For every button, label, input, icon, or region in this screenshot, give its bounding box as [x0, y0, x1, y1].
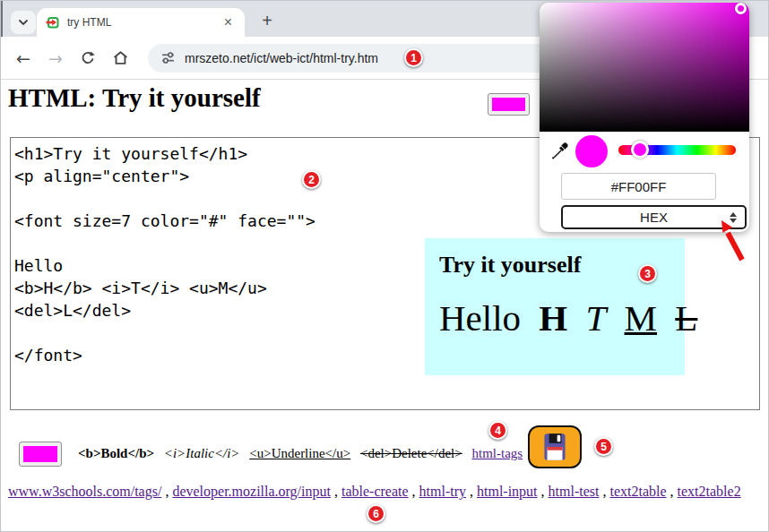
- color-chip: [23, 446, 57, 462]
- annotation-badge-6: 6: [367, 504, 385, 523]
- link-separator: ,: [667, 484, 678, 499]
- sv-selector-ring[interactable]: [735, 3, 747, 14]
- tab-close-icon[interactable]: ×: [220, 15, 236, 30]
- link-separator: ,: [599, 484, 609, 499]
- link-separator: ,: [466, 484, 477, 499]
- underline-tag-sample: <u>Underline</u>: [249, 446, 350, 460]
- preview-strike-letter: L: [675, 297, 697, 339]
- format-tags-row: <b>Bold</b> <i>Italic</i> <u>Underline</…: [78, 446, 523, 461]
- link-text2table[interactable]: text2table: [609, 484, 666, 499]
- annotation-badge-3: 3: [638, 264, 657, 283]
- preview-underline-letter: M: [625, 297, 657, 339]
- address-bar[interactable]: mrszeto.net/ict/web-ict/html-try.htm: [148, 44, 558, 73]
- link-text2table2[interactable]: text2table2: [678, 484, 741, 499]
- link-separator: ,: [331, 484, 341, 499]
- preview-hello: Hello: [439, 297, 521, 339]
- annotation-badge-5: 5: [594, 437, 613, 456]
- delete-tag-sample: <del>Delete</del>: [360, 446, 462, 460]
- preview-bold-letter: H: [539, 297, 567, 339]
- link-html-try[interactable]: html-try: [419, 484, 466, 499]
- link-html-input[interactable]: html-input: [477, 484, 538, 499]
- annotation-badge-1: 1: [404, 48, 423, 67]
- home-icon[interactable]: [110, 48, 130, 68]
- color-picker-popup: HEX: [540, 3, 749, 232]
- annotation-badge-4: 4: [488, 421, 507, 440]
- link-table-create[interactable]: table-create: [341, 484, 409, 499]
- hex-value-input[interactable]: [561, 173, 716, 200]
- forward-icon: →: [46, 48, 65, 68]
- back-icon[interactable]: ←: [13, 48, 33, 68]
- bold-tag-sample: <b>Bold</b>: [78, 446, 154, 460]
- color-format-label: HEX: [640, 210, 668, 225]
- color-chip: [492, 98, 525, 111]
- link-w3schools[interactable]: www.w3schools.com/tags/: [8, 484, 161, 499]
- browser-window: try HTML × + ← → mrsze: [0, 0, 769, 532]
- url-text[interactable]: mrszeto.net/ict/web-ict/html-try.htm: [185, 51, 378, 65]
- preview-heading: Try it yourself: [439, 252, 670, 279]
- tab-search-button[interactable]: [11, 11, 36, 34]
- eyedropper-icon[interactable]: [550, 142, 569, 160]
- page-title: HTML: Try it yourself: [8, 83, 261, 113]
- chevron-down-icon: [18, 19, 29, 26]
- hue-slider-thumb[interactable]: [631, 141, 649, 159]
- html-tags-link[interactable]: html-tags: [472, 446, 523, 460]
- reference-links-row: www.w3schools.com/tags/ , developer.mozi…: [8, 484, 741, 500]
- italic-tag-sample: <i>Italic</i>: [164, 446, 240, 460]
- color-input-top[interactable]: [488, 93, 530, 116]
- new-tab-button[interactable]: +: [255, 9, 279, 32]
- saturation-value-area[interactable]: [540, 3, 749, 132]
- site-settings-icon[interactable]: [160, 50, 176, 65]
- link-separator: ,: [538, 484, 549, 499]
- save-button[interactable]: [528, 425, 582, 468]
- render-preview: Try it yourself Hello H T M L: [425, 238, 685, 375]
- preview-text-line: Hello H T M L: [439, 296, 670, 339]
- link-html-test[interactable]: html-test: [549, 484, 600, 499]
- current-color-swatch: [575, 135, 608, 167]
- preview-italic-letter: T: [586, 297, 607, 339]
- page-favicon: [46, 15, 60, 30]
- floppy-disk-icon: [538, 430, 572, 464]
- link-mdn-input[interactable]: developer.mozilla.org/input: [172, 484, 331, 499]
- browser-tab[interactable]: try HTML ×: [37, 8, 245, 37]
- link-separator: ,: [409, 484, 419, 499]
- annotation-arrow: [718, 219, 750, 269]
- link-separator: ,: [161, 484, 172, 499]
- color-input-bottom[interactable]: [19, 442, 62, 467]
- annotation-badge-2: 2: [302, 170, 321, 189]
- reload-icon[interactable]: [78, 48, 98, 68]
- tab-title: try HTML: [67, 16, 220, 29]
